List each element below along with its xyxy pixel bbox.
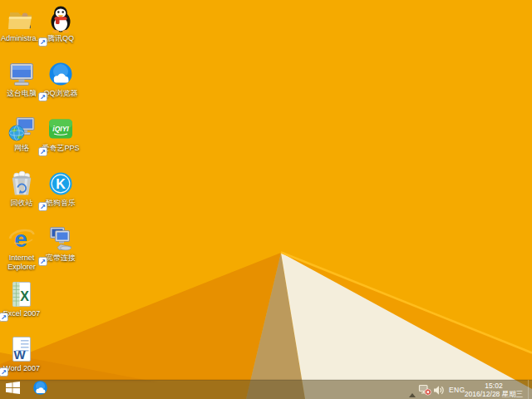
svg-text:↗: ↗ (1, 313, 7, 321)
network-disconnected-icon (418, 384, 431, 399)
icon-label: QQ浏览器 (43, 89, 77, 98)
shortcut-arrow-icon: ↗ (0, 365, 8, 374)
internet-explorer-icon: e (7, 224, 36, 253)
desktop-icon-qq-browser[interactable]: ↗ QQ浏览器 (39, 60, 82, 98)
computer-icon (7, 60, 36, 88)
shortcut-arrow-icon: ↗ (38, 254, 47, 264)
icon-label: 腾讯QQ (47, 34, 74, 43)
svg-text:iQIYI: iQIYI (52, 125, 69, 133)
clock[interactable]: 15:02 2016/12/28 星期三 (461, 382, 527, 398)
shortcut-arrow-icon: ↗ (38, 200, 47, 209)
icon-label: Word 2007 (3, 364, 40, 373)
network-globe-icon (7, 115, 36, 143)
icon-label: 网络 (14, 144, 29, 153)
excel-icon: X (7, 280, 36, 308)
icon-label: 宽带连接 (46, 254, 76, 263)
desktop-icon-iqiyi-pps[interactable]: iQIYI ↗ 爱奇艺PPS (39, 115, 82, 153)
svg-text:X: X (20, 289, 29, 303)
icon-label: 酷狗音乐 (46, 199, 76, 208)
svg-text:↗: ↗ (40, 92, 46, 101)
taskbar: ENG 15:02 2016/12/28 星期三 (0, 380, 532, 399)
desktop-icon-word-2007[interactable]: W ↗ Word 2007 (0, 335, 43, 373)
svg-text:W: W (13, 347, 26, 362)
icon-label: Administra... (1, 34, 42, 43)
word-icon: W (7, 335, 36, 363)
start-button[interactable] (0, 380, 26, 399)
svg-text:↗: ↗ (40, 257, 46, 265)
shortcut-arrow-icon: ↗ (38, 35, 47, 44)
qq-browser-icon (32, 379, 49, 399)
desktop-icon-this-pc[interactable]: 这台电脑 (0, 60, 43, 98)
desktop-icon-internet-explorer[interactable]: e Internet Explorer (0, 224, 43, 271)
desktop-icon-network[interactable]: 网络 (0, 115, 43, 153)
desktop-icon-recycle-bin[interactable]: 回收站 (0, 170, 43, 208)
desktop-icon-administrator[interactable]: Administra... (0, 5, 43, 43)
icon-label: 爱奇艺PPS (42, 144, 79, 153)
clock-time: 15:02 (461, 382, 527, 390)
chevron-up-icon (408, 387, 416, 399)
desktop-icon-tencent-qq[interactable]: ↗ 腾讯QQ (39, 5, 82, 43)
speaker-icon (433, 384, 445, 399)
network-status-tray-icon[interactable] (418, 384, 431, 399)
desktop-icon-excel-2007[interactable]: X ↗ Excel 2007 (0, 280, 43, 318)
qq-penguin-icon (47, 5, 75, 33)
shortcut-arrow-icon: ↗ (38, 145, 47, 154)
show-desktop-button[interactable] (528, 380, 532, 399)
icon-label: Internet Explorer (0, 254, 43, 271)
desktop: Administra... 这台电脑 (0, 0, 532, 399)
qq-browser-icon (47, 60, 75, 88)
taskbar-qq-browser-button[interactable] (27, 380, 52, 399)
desktop-icon-broadband-connection[interactable]: ↗ 宽带连接 (39, 224, 82, 263)
iqiyi-icon: iQIYI (47, 115, 75, 143)
icon-label: 这台电脑 (7, 89, 37, 98)
show-hidden-icons-button[interactable] (408, 387, 416, 399)
svg-text:↗: ↗ (40, 202, 46, 210)
desktop-icon-kugou-music[interactable]: K ↗ 酷狗音乐 (39, 170, 82, 208)
windows-logo-icon (6, 382, 20, 397)
shortcut-arrow-icon: ↗ (0, 310, 8, 319)
recycle-bin-icon (7, 170, 36, 198)
svg-text:K: K (56, 177, 66, 191)
shortcut-arrow-icon: ↗ (38, 90, 47, 99)
svg-text:e: e (14, 226, 27, 252)
volume-tray-icon[interactable] (433, 384, 445, 399)
svg-text:↗: ↗ (40, 147, 46, 155)
svg-text:↗: ↗ (40, 37, 46, 46)
broadband-icon (47, 224, 75, 253)
icon-label: Excel 2007 (3, 309, 41, 318)
svg-text:↗: ↗ (1, 367, 7, 376)
kugou-icon: K (47, 170, 75, 198)
icon-label: 回收站 (11, 199, 33, 208)
user-folder-icon (7, 5, 36, 33)
clock-date: 2016/12/28 星期三 (461, 390, 527, 398)
